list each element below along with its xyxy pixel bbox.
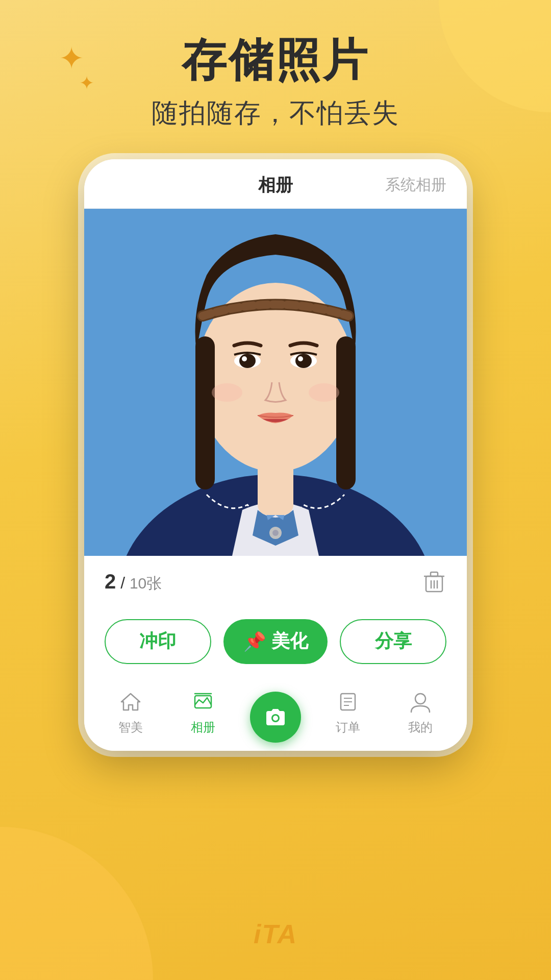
nav-label-mine: 我的: [408, 719, 433, 736]
svg-point-14: [212, 383, 242, 402]
svg-point-15: [309, 383, 339, 402]
camera-fab-button[interactable]: [250, 692, 301, 743]
home-icon: [117, 689, 144, 715]
photo-info-row: 2 / 10张: [84, 556, 467, 609]
top-tab-bar: 相册 系统相册: [84, 159, 467, 209]
svg-point-10: [242, 356, 247, 361]
tab-system-album[interactable]: 系统相册: [385, 175, 446, 195]
orders-icon: [335, 689, 361, 715]
nav-item-album[interactable]: 相册: [167, 689, 239, 736]
nav-item-mine[interactable]: 我的: [384, 689, 457, 736]
pin-icon: 📌: [243, 631, 266, 652]
beautify-button[interactable]: 📌 美化: [223, 619, 328, 664]
photo-display: [84, 209, 467, 556]
main-title: 存储照片: [0, 36, 551, 85]
delete-button[interactable]: [422, 570, 446, 595]
svg-point-12: [295, 354, 312, 368]
print-button[interactable]: 冲印: [105, 619, 211, 664]
profile-icon: [407, 689, 434, 715]
svg-point-9: [239, 354, 256, 368]
phone-mockup: 相册 系统相册: [84, 159, 467, 751]
tab-album[interactable]: 相册: [258, 174, 293, 197]
portrait-image: [84, 209, 467, 556]
nav-label-orders: 订单: [336, 719, 360, 736]
album-icon: [190, 689, 216, 715]
photo-current: 2: [105, 570, 116, 593]
bg-decoration-bottom: [0, 827, 153, 980]
phone-frame: 相册 系统相册: [84, 159, 467, 751]
share-button[interactable]: 分享: [340, 619, 446, 664]
svg-point-3: [272, 530, 279, 536]
svg-rect-18: [431, 572, 438, 576]
photo-count: 2 / 10张: [105, 570, 162, 594]
action-buttons: 冲印 📌 美化 分享: [84, 609, 467, 679]
bottom-nav: 智美 相册: [84, 679, 467, 751]
svg-point-25: [273, 716, 278, 721]
svg-rect-7: [336, 336, 356, 489]
trash-icon: [424, 571, 444, 594]
sub-title: 随拍随存，不怕丢失: [0, 95, 551, 131]
ita-logo: iTA: [254, 919, 297, 949]
svg-point-30: [415, 694, 425, 704]
nav-label-zhimei: 智美: [118, 719, 143, 736]
nav-label-album: 相册: [191, 719, 215, 736]
photo-separator: /: [120, 574, 125, 592]
nav-item-zhimei[interactable]: 智美: [94, 689, 167, 736]
svg-point-13: [298, 356, 303, 361]
photo-total: 10张: [130, 575, 162, 592]
svg-rect-6: [195, 336, 215, 489]
header-area: 存储照片 随拍随存，不怕丢失: [0, 0, 551, 131]
nav-item-orders[interactable]: 订单: [312, 689, 384, 736]
camera-icon: [262, 704, 289, 730]
